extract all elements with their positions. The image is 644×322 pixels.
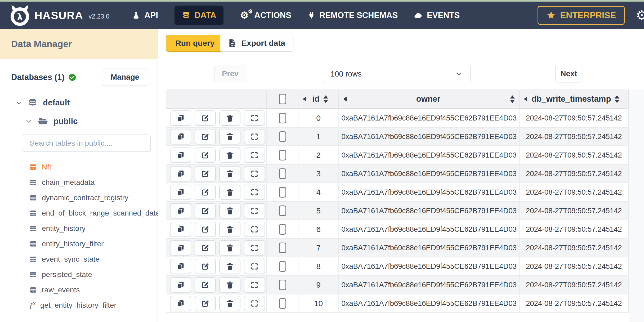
sidebar-table-item-end_of_block_range_scanned_data[interactable]: end_of_block_range_scanned_data xyxy=(0,205,158,221)
settings-gear-icon[interactable]: ⚙ xyxy=(636,8,644,23)
edit-row-button[interactable] xyxy=(195,110,216,126)
delete-row-button[interactable] xyxy=(219,185,240,200)
rows-per-page-select[interactable]: 100 rows xyxy=(323,65,471,83)
edit-row-button[interactable] xyxy=(195,166,216,181)
row-checkbox[interactable] xyxy=(279,243,286,253)
header-column-owner[interactable]: owner xyxy=(339,90,520,108)
row-checkbox[interactable] xyxy=(279,224,286,235)
expand-row-button[interactable] xyxy=(244,203,265,218)
version-label[interactable]: v2.23.0 xyxy=(88,13,109,20)
export-data-button[interactable]: Export data xyxy=(220,35,293,52)
clone-row-button[interactable] xyxy=(170,185,191,200)
expand-row-button[interactable] xyxy=(244,110,265,126)
collapse-column-icon[interactable] xyxy=(343,97,347,101)
clone-row-button[interactable] xyxy=(170,166,191,181)
clone-row-button[interactable] xyxy=(170,147,191,163)
edit-row-button[interactable] xyxy=(195,185,216,200)
edit-row-button[interactable] xyxy=(195,240,216,256)
chevron-down-icon[interactable] xyxy=(15,99,22,106)
table-row: 8 0xaBA7161A7fb69c88e16ED9f455CE62B791EE… xyxy=(166,257,629,276)
clone-row-button[interactable] xyxy=(170,110,191,126)
expand-row-button[interactable] xyxy=(244,296,265,311)
nav-item-events[interactable]: EVENTS xyxy=(414,11,460,20)
clone-row-button[interactable] xyxy=(170,296,191,311)
next-page-button[interactable]: Next xyxy=(555,65,582,82)
delete-row-button[interactable] xyxy=(219,110,240,126)
expand-row-button[interactable] xyxy=(244,277,265,293)
row-checkbox[interactable] xyxy=(279,113,286,123)
sort-icon[interactable] xyxy=(510,95,515,103)
cell-owner: 0xaBA7161A7fb69c88e16ED9f455CE62B791EE4D… xyxy=(339,109,520,127)
delete-row-button[interactable] xyxy=(219,240,240,256)
tree-item-public[interactable]: public xyxy=(25,117,158,126)
header-column-id[interactable]: id xyxy=(298,90,339,108)
delete-row-button[interactable] xyxy=(219,259,240,274)
clone-row-button[interactable] xyxy=(170,222,191,237)
delete-row-button[interactable] xyxy=(219,203,240,218)
row-checkbox[interactable] xyxy=(279,280,286,290)
table-search-input[interactable] xyxy=(23,135,151,152)
clone-row-button[interactable] xyxy=(170,129,191,144)
nav-item-remote-schemas[interactable]: REMOTE SCHEMAS xyxy=(308,11,398,20)
clone-row-button[interactable] xyxy=(170,240,191,256)
clone-row-button[interactable] xyxy=(170,203,191,218)
expand-row-button[interactable] xyxy=(244,185,265,200)
sidebar-table-item-get_entity_history_filter[interactable]: ƒx get_entity_history_filter xyxy=(0,298,158,313)
sort-icon[interactable] xyxy=(323,95,328,103)
edit-row-button[interactable] xyxy=(195,129,216,144)
edit-row-button[interactable] xyxy=(195,222,216,237)
expand-row-button[interactable] xyxy=(244,222,265,237)
run-query-button[interactable]: Run query xyxy=(166,35,224,52)
clone-row-button[interactable] xyxy=(170,277,191,293)
prev-page-button[interactable]: Prev xyxy=(214,65,246,82)
collapse-column-icon[interactable] xyxy=(524,97,527,101)
row-checkbox[interactable] xyxy=(279,168,286,179)
sidebar-table-item-entity_history[interactable]: entity_history xyxy=(0,221,158,236)
row-checkbox[interactable] xyxy=(279,150,286,160)
header-column-db-write-timestamp[interactable]: db_write_timestamp xyxy=(520,90,629,108)
nav-item-actions[interactable]: ⚙⚙ ACTIONS xyxy=(240,10,291,20)
cell-db-write-timestamp: 2024-08-27T09:50:57.245142 xyxy=(520,128,629,145)
select-all-checkbox[interactable] xyxy=(279,94,286,104)
chevron-down-icon[interactable] xyxy=(25,118,32,125)
enterprise-button[interactable]: ENTERPRISE xyxy=(538,6,625,25)
manage-button[interactable]: Manage xyxy=(102,69,148,86)
edit-row-button[interactable] xyxy=(195,147,216,163)
clone-row-button[interactable] xyxy=(170,259,191,274)
expand-row-button[interactable] xyxy=(244,166,265,181)
delete-row-button[interactable] xyxy=(219,296,240,311)
edit-row-button[interactable] xyxy=(195,259,216,274)
nav-item-api[interactable]: API xyxy=(132,11,158,20)
delete-row-button[interactable] xyxy=(219,166,240,181)
sidebar-table-item-event_sync_state[interactable]: event_sync_state xyxy=(0,252,158,267)
edit-row-button[interactable] xyxy=(195,296,216,311)
delete-row-button[interactable] xyxy=(219,129,240,144)
edit-row-button[interactable] xyxy=(195,277,216,293)
sidebar-table-item-persisted_state[interactable]: persisted_state xyxy=(0,267,158,282)
sidebar-table-label: raw_events xyxy=(42,286,80,294)
edit-row-button[interactable] xyxy=(195,203,216,218)
expand-row-button[interactable] xyxy=(244,147,265,163)
row-checkbox[interactable] xyxy=(279,205,286,216)
sidebar-table-item-raw_events[interactable]: raw_events xyxy=(0,282,158,298)
delete-row-button[interactable] xyxy=(219,277,240,293)
row-checkbox[interactable] xyxy=(279,298,286,309)
sidebar-table-item-entity_history_filter[interactable]: entity_history_filter xyxy=(0,236,158,252)
sidebar-table-item-Nft[interactable]: Nft xyxy=(0,159,158,175)
expand-row-button[interactable] xyxy=(244,129,265,144)
nav-item-data[interactable]: DATA xyxy=(175,6,224,25)
tree-item-default[interactable]: default xyxy=(15,98,158,108)
delete-row-button[interactable] xyxy=(219,222,240,237)
sidebar-table-item-chain_metadata[interactable]: chain_metadata xyxy=(0,175,158,190)
collapse-column-icon[interactable] xyxy=(303,97,306,101)
hasura-logo-icon[interactable]: λ xyxy=(10,5,30,26)
delete-row-button[interactable] xyxy=(219,147,240,163)
sort-icon[interactable] xyxy=(615,95,619,103)
row-checkbox[interactable] xyxy=(279,187,286,198)
expand-row-button[interactable] xyxy=(244,240,265,256)
row-checkbox[interactable] xyxy=(279,131,286,142)
expand-row-button[interactable] xyxy=(244,259,265,274)
column-label-db-write-timestamp: db_write_timestamp xyxy=(532,94,611,104)
sidebar-table-item-dynamic_contract_registry[interactable]: dynamic_contract_registry xyxy=(0,190,158,205)
row-checkbox[interactable] xyxy=(279,261,286,272)
